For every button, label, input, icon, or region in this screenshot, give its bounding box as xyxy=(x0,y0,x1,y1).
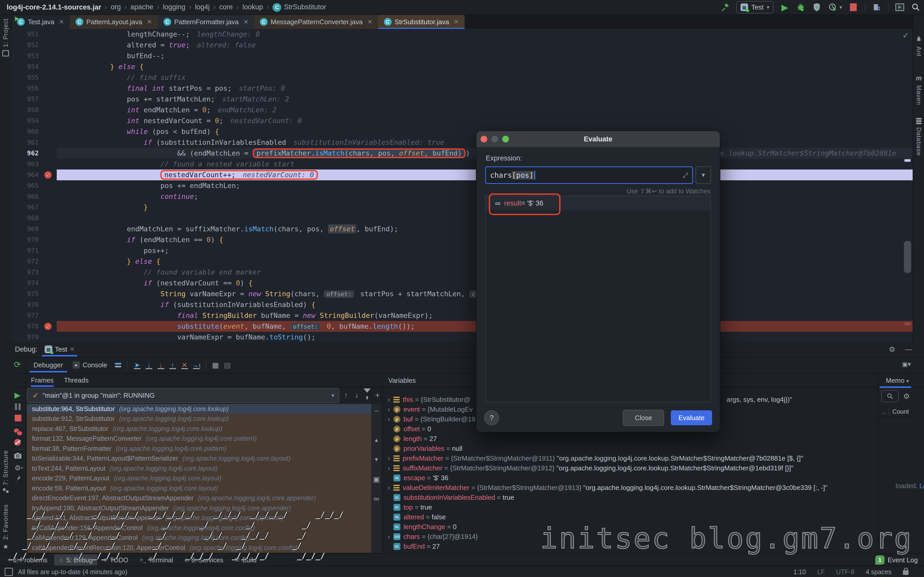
expression-input[interactable]: chars[pos] ⤢ xyxy=(485,166,693,184)
debug-session-tab[interactable]: Test ✕ xyxy=(42,342,77,356)
coverage-button[interactable] xyxy=(812,3,821,12)
stack-frame[interactable]: format:38, PatternFormatter (org.apache.… xyxy=(27,443,371,454)
tool-windows-icon[interactable] xyxy=(872,3,881,12)
debug-gear-icon[interactable]: ⚙▾ xyxy=(13,463,24,473)
breadcrumb-class[interactable]: StrSubstitutor xyxy=(284,3,326,11)
code-line-954[interactable]: 954 } else { xyxy=(11,61,913,72)
pin-icon[interactable] xyxy=(15,475,21,483)
thread-dump-camera-icon[interactable] xyxy=(14,452,22,460)
variable-row-prefixMatcher[interactable]: ›prefixMatcher = {StrMatcher$StringMatch… xyxy=(384,453,879,463)
expand-chevron-icon[interactable]: › xyxy=(384,405,393,413)
tab-threads[interactable]: Threads xyxy=(64,376,89,384)
code-line-965[interactable]: 965 pos += endMatchLen; xyxy=(11,181,913,191)
close-icon[interactable]: ✕ xyxy=(147,18,152,26)
breadcrumb-item[interactable]: logging xyxy=(163,3,185,11)
dialog-title-bar[interactable]: Evaluate xyxy=(477,131,720,147)
stack-frame[interactable]: substitute:964, StrSubstitutor (org.apac… xyxy=(27,404,371,414)
tab-memory[interactable]: Memo ▾ xyxy=(886,377,909,385)
variable-row-suffixMatcher[interactable]: ›suffixMatcher = {StrMatcher$StringMatch… xyxy=(384,463,879,473)
evaluate-expression-icon[interactable]: ▦ xyxy=(210,360,221,370)
step-out-icon[interactable]: ↑ xyxy=(168,361,178,369)
help-button[interactable]: ? xyxy=(484,410,499,425)
scrollbar-mark-current[interactable] xyxy=(905,159,911,162)
tab-debugger[interactable]: Debugger xyxy=(29,358,67,372)
breakpoint-icon[interactable]: ✓ xyxy=(44,323,52,330)
remove-icon[interactable]: − xyxy=(371,406,381,416)
code-line-971[interactable]: 971 pos++; xyxy=(11,245,913,256)
frame-up-icon[interactable]: ↑ xyxy=(341,390,351,400)
tab-console[interactable]: ▸ Console xyxy=(69,361,111,369)
close-icon[interactable]: ✕ xyxy=(367,18,373,26)
code-line-970[interactable]: 970 if (endMatchLen == 0) { xyxy=(11,234,913,245)
code-line-957[interactable]: 957 pos += startMatchLen;startMatchLen: … xyxy=(11,94,913,105)
code-line-959[interactable]: 959 int nestedVarCount = 0;nestedVarCoun… xyxy=(11,115,913,126)
variable-row-lengthChange[interactable]: 01lengthChange = 0 xyxy=(384,522,879,532)
code-line-952[interactable]: 952 altered = true;altered: false xyxy=(11,40,913,50)
code-line-973[interactable]: 973 // found variable end marker xyxy=(11,267,913,278)
code-line-956[interactable]: 956 final int startPos = pos;startPos: 0 xyxy=(11,83,913,94)
close-icon[interactable]: ✕ xyxy=(59,18,64,26)
breadcrumb-item[interactable]: log4j xyxy=(195,3,210,11)
memory-col-dots[interactable]: .. xyxy=(882,408,885,415)
stack-frame[interactable]: replace:467, StrSubstitutor (org.apache.… xyxy=(27,424,371,434)
search-everywhere-icon[interactable] xyxy=(911,3,921,12)
expand-chevron-icon[interactable]: › xyxy=(384,484,393,492)
thread-selector[interactable]: ✓ "main"@1 in group "main": RUNNING ▾ xyxy=(27,388,339,403)
toolwindow-button-8--services[interactable]: ◇8: Services xyxy=(180,554,228,566)
sidebar-item-database[interactable]: Database xyxy=(913,118,924,156)
sidebar-item-project[interactable]: 1: Project xyxy=(0,19,11,56)
close-icon[interactable]: ✕ xyxy=(454,18,459,26)
editor-tab-test-java[interactable]: CTest.java✕ xyxy=(11,15,70,29)
copy-stack-icon[interactable]: ▣ xyxy=(371,474,381,484)
variable-row-chars[interactable]: ›123chars = {char[27]@1914} xyxy=(384,532,879,542)
run-to-cursor-icon[interactable]: →ı xyxy=(191,361,202,369)
tool-window-switcher-icon[interactable] xyxy=(5,568,13,576)
stop-button[interactable] xyxy=(849,3,858,12)
memory-settings-gear-icon[interactable]: ⚙ xyxy=(901,391,912,401)
toolwindow-button-6--problems[interactable]: !6: Problems xyxy=(4,554,52,566)
variable-row-length[interactable]: plength = 27 xyxy=(384,434,879,443)
expression-history-dropdown[interactable]: ▼ xyxy=(696,166,711,184)
expand-chevron-icon[interactable]: › xyxy=(384,415,393,423)
variable-row-bufEnd[interactable]: 01bufEnd = 27 xyxy=(384,542,879,551)
code-line-966[interactable]: 966 continue; xyxy=(11,191,913,202)
code-line-974[interactable]: 974 if (nestedVarCount == 0) { xyxy=(11,278,913,288)
code-line-961[interactable]: 961 if (substitutionInVariablesEnabledsu… xyxy=(11,137,913,148)
stack-frame[interactable]: callAppenderPreventRecursion:120, Append… xyxy=(27,543,371,553)
view-options-icon[interactable]: ▤ xyxy=(222,360,233,370)
code-line-958[interactable]: 958 int endMatchLen = 0;endMatchLen: 2 xyxy=(11,105,913,115)
code-line-975[interactable]: 975 String varNameExpr = new String(char… xyxy=(11,288,913,299)
breadcrumb-item[interactable]: lookup xyxy=(242,3,263,11)
code-line-962[interactable]: 962 && (endMatchLen = prefixMatcher.isMa… xyxy=(11,148,913,159)
stack-frame[interactable]: toText:244, PatternLayout (org.apache.lo… xyxy=(27,463,371,474)
profiler-button[interactable] xyxy=(828,3,837,12)
code-line-953[interactable]: 953 bufEnd--; xyxy=(11,50,913,61)
close-icon[interactable]: ✕ xyxy=(243,18,249,26)
stack-frame[interactable]: tryCallAppender:156, AppenderControl (or… xyxy=(27,523,371,533)
debug-settings-gear-icon[interactable]: ⚙ xyxy=(887,344,897,355)
inspections-ok-icon[interactable]: ✓ xyxy=(902,31,909,40)
variable-row-pos[interactable]: 01pos = 6 xyxy=(384,551,879,553)
hide-panel-icon[interactable]: — xyxy=(903,344,914,355)
stop-icon[interactable] xyxy=(15,415,21,421)
breadcrumb-item[interactable]: core xyxy=(220,3,233,11)
event-log-button[interactable]: 1 Event Log xyxy=(875,555,918,565)
code-editor[interactable]: 951 lengthChange--;lengthChange: 0952 al… xyxy=(11,29,913,342)
load-classes-link[interactable]: Lo xyxy=(919,482,924,490)
code-line-977[interactable]: 977 final StringBuilder bufName = new St… xyxy=(11,310,913,321)
caret-position[interactable]: 1:10 xyxy=(793,568,806,576)
code-line-960[interactable]: 960 while (pos < bufEnd) { xyxy=(11,126,913,137)
run-anything-icon[interactable] xyxy=(895,3,905,12)
sidebar-item-ant[interactable]: Ant xyxy=(913,35,924,56)
filter-frames-icon[interactable] xyxy=(363,393,371,397)
run-configuration-select[interactable]: Test ▾ xyxy=(736,1,774,13)
toolwindow-button-todo[interactable]: ≡TODO xyxy=(99,554,133,566)
expand-chevron-icon[interactable]: › xyxy=(384,455,393,463)
sidebar-item-favorites[interactable]: 2: Favorites ★ xyxy=(0,504,11,551)
expand-chevron-icon[interactable]: › xyxy=(384,464,393,472)
code-line-964[interactable]: 964✓ nestedVarCount++;nestedVarCount: 0 xyxy=(11,169,913,181)
stack-frame[interactable]: substitute:912, StrSubstitutor (org.apac… xyxy=(27,414,371,424)
file-encoding[interactable]: UTF-8 xyxy=(836,568,855,576)
variable-row-substitutionInVariablesEnabled[interactable]: 01substitutionInVariablesEnabled = true xyxy=(384,493,879,502)
code-line-967[interactable]: 967 } xyxy=(11,202,913,213)
